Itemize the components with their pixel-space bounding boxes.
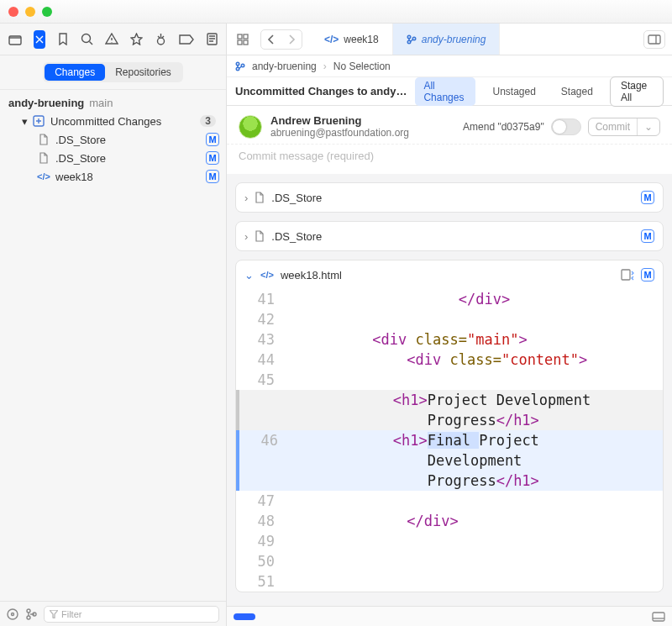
diff-scroll[interactable]: › .DS_Store M › .DS_Store M (227, 174, 672, 606)
file-card: › .DS_Store M (235, 182, 664, 213)
stage-hunk-icon[interactable] (621, 269, 634, 281)
svg-point-5 (8, 609, 18, 619)
line-number-deleted (239, 390, 290, 410)
commit-button[interactable]: Commit (589, 118, 638, 135)
line-number: 47 (236, 491, 286, 511)
line-number: 42 (236, 309, 286, 329)
filter-placeholder: Filter (61, 609, 81, 619)
modified-badge: M (641, 191, 654, 204)
issues-nav-icon[interactable] (105, 30, 118, 49)
tab-andy-bruening[interactable]: andy-bruening (393, 24, 501, 55)
file-card-name: .DS_Store (271, 230, 634, 243)
toggle-review-icon[interactable] (652, 612, 665, 622)
code-line-added: Development (290, 450, 663, 471)
forward-button[interactable] (281, 30, 302, 49)
commit-button-group: Commit ⌄ (588, 118, 660, 136)
filter-input[interactable]: Filter (44, 606, 219, 623)
reports-nav-icon[interactable] (206, 30, 218, 49)
branch-icon (407, 34, 417, 45)
avatar (239, 115, 262, 139)
filter-settings-icon[interactable] (7, 608, 18, 620)
minimize-window-button[interactable] (25, 7, 35, 17)
file-name: .DS_Store (55, 152, 202, 165)
amend-toggle[interactable] (551, 118, 581, 135)
code-line: </div> (286, 511, 663, 531)
search-nav-icon[interactable] (81, 30, 93, 49)
funnel-icon (50, 610, 58, 618)
file-name: .DS_Store (55, 134, 202, 146)
modified-badge: M (641, 229, 654, 243)
segment-repositories[interactable]: Repositories (105, 64, 181, 81)
svg-rect-17 (648, 35, 660, 44)
source-control-nav-icon[interactable] (34, 30, 45, 49)
sidebar-toolbar (0, 24, 226, 55)
filter-unstaged[interactable]: Unstaged (484, 83, 543, 100)
tab-label: andy-bruening (422, 34, 486, 45)
code-line: <div class="main"> (286, 329, 663, 350)
author-name: Andrew Bruening (270, 114, 409, 127)
minimap-indicator[interactable] (234, 613, 255, 620)
breakpoints-nav-icon[interactable] (179, 30, 194, 49)
modified-badge: M (641, 268, 654, 281)
folder-nav-icon[interactable] (8, 30, 22, 49)
file-row[interactable]: .DS_Store M (0, 149, 226, 167)
line-number: 49 (236, 531, 286, 551)
scm-filter-icon[interactable] (25, 608, 37, 620)
branch-name: main (89, 97, 113, 109)
line-number: 51 (236, 571, 286, 592)
filter-staged[interactable]: Staged (553, 83, 601, 100)
filter-all-changes[interactable]: All Changes (415, 77, 475, 106)
commit-message-input[interactable]: Commit message (required) (227, 145, 672, 174)
file-row[interactable]: .DS_Store M (0, 130, 226, 149)
commit-options-button[interactable]: ⌄ (638, 118, 659, 135)
file-card: › .DS_Store M (235, 221, 664, 251)
editor-footer (227, 606, 672, 626)
svg-point-2 (158, 38, 165, 45)
line-number: 44 (236, 350, 286, 370)
svg-point-20 (241, 64, 244, 66)
svg-rect-21 (622, 270, 630, 280)
svg-point-6 (12, 613, 14, 615)
file-card-expanded: ⌄ </> week18.html M 41 </div> 42 43 <div… (235, 260, 664, 592)
debug-nav-icon[interactable] (155, 30, 167, 49)
breadcrumb[interactable]: andy-bruening › No Selection (227, 55, 672, 77)
uncommitted-row[interactable]: ▾ Uncommitted Changes 3 (0, 112, 226, 130)
chevron-right-icon: › (323, 60, 327, 72)
diff-view: 41 </div> 42 43 <div class="main"> 44 <d… (236, 289, 663, 592)
changes-header: Uncommitted Changes to andy… All Changes… (227, 77, 672, 106)
code-line-added: <h1>Final Project (290, 430, 663, 450)
chevron-down-icon[interactable]: ⌄ (244, 269, 254, 281)
file-card-name: week18.html (281, 269, 614, 281)
editor-area: </> week18 andy-bruening andy-bruening ›… (227, 24, 672, 626)
related-items-icon[interactable] (234, 30, 252, 49)
chevron-right-icon[interactable]: › (244, 230, 248, 243)
svg-point-16 (412, 37, 415, 39)
modified-badge: M (206, 151, 219, 165)
toggle-inspector-icon[interactable] (643, 30, 665, 49)
line-number: 46 (239, 430, 290, 450)
svg-point-8 (27, 616, 30, 619)
author-email: abruening@pastfoundation.org (270, 127, 409, 139)
zoom-window-button[interactable] (42, 7, 52, 17)
code-line: </div> (286, 289, 663, 309)
file-icon (37, 152, 50, 164)
tests-nav-icon[interactable] (130, 30, 143, 49)
code-line (286, 491, 663, 511)
segment-changes[interactable]: Changes (45, 64, 105, 81)
svg-rect-10 (238, 34, 242, 39)
stage-all-button[interactable]: Stage All (610, 76, 664, 107)
bookmark-nav-icon[interactable] (57, 30, 69, 49)
code-file-icon: </> (260, 270, 274, 280)
repo-row[interactable]: andy-brueningmain (0, 93, 226, 112)
modified-badge: M (206, 133, 219, 146)
back-button[interactable] (261, 30, 281, 49)
code-line: <div class="content"> (286, 350, 663, 370)
close-window-button[interactable] (8, 7, 18, 17)
tab-week18[interactable]: </> week18 (311, 24, 393, 55)
chevron-right-icon[interactable]: › (244, 192, 248, 204)
file-name: week18 (55, 171, 202, 183)
main-toolbar: </> week18 andy-bruening (227, 24, 672, 55)
file-row[interactable]: </> week18 M (0, 167, 226, 186)
line-number: 41 (236, 289, 286, 309)
code-line (286, 571, 663, 592)
